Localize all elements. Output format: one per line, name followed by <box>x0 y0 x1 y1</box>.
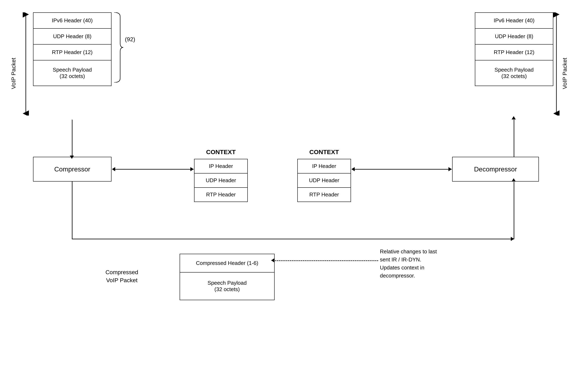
dashed-arrow-head <box>271 258 274 262</box>
right-voip-label: VoIP Packet <box>562 58 572 90</box>
left-ctx-row-1: IP Header <box>194 159 247 173</box>
bottom-to-decompressor-line <box>514 182 514 239</box>
compressed-row-1: Compressed Header (1-6) <box>180 254 274 272</box>
compressor-box: Compressor <box>33 157 112 181</box>
left-packet-to-compressor-line <box>72 120 73 157</box>
left-row-3: RTP Header (12) <box>33 45 111 60</box>
left-ctx-row-2: UDP Header <box>194 173 247 188</box>
right-packet-box: IPv6 Header (40) UDP Header (8) RTP Head… <box>475 12 553 86</box>
right-row-1: IPv6 Header (40) <box>475 13 553 29</box>
brace-label: (92) <box>125 36 135 43</box>
right-ctx-row-1: IP Header <box>298 159 351 173</box>
right-ctx-row-2: UDP Header <box>298 173 351 188</box>
left-row-2: UDP Header (8) <box>33 29 111 45</box>
compressor-down-line <box>72 181 73 239</box>
compressed-packet-box: Compressed Header (1-6) Speech Payload(3… <box>180 254 275 300</box>
right-row-2: UDP Header (8) <box>475 29 553 45</box>
left-voip-label: VoIP Packet <box>10 58 21 90</box>
bottom-h-line <box>72 239 514 239</box>
right-row-4: Speech Payload(32 octets) <box>475 60 553 86</box>
decompressor-to-right-packet-line <box>514 120 514 157</box>
compressor-ctx-arrow-right <box>190 167 194 171</box>
left-voip-double-arrow <box>21 12 31 116</box>
decompressor-box: Decompressor <box>452 157 539 181</box>
compressor-ctx-arrow-left <box>112 167 115 171</box>
left-packet-to-compressor-arrow <box>70 156 74 159</box>
left-row-4: Speech Payload(32 octets) <box>33 60 111 86</box>
decompressor-ctx-arrow-right <box>448 167 452 171</box>
left-context-box: IP Header UDP Header RTP Header <box>194 159 248 202</box>
left-context-label: CONTEXT <box>194 149 248 156</box>
brace-svg <box>112 12 124 82</box>
right-context-box: IP Header UDP Header RTP Header <box>297 159 351 202</box>
left-packet-box: IPv6 Header (40) UDP Header (8) RTP Head… <box>33 12 112 86</box>
diagram: VoIP Packet IPv6 Header (40) UDP Header … <box>0 0 588 373</box>
bottom-to-decompressor-arrow <box>512 178 516 181</box>
left-ctx-row-3: RTP Header <box>194 188 247 202</box>
left-row-1: IPv6 Header (40) <box>33 13 111 29</box>
decompressor-ctx-line <box>355 169 452 170</box>
dashed-arrow-label: Relative changes to lastsent IR / IR-DYN… <box>380 248 437 280</box>
right-row-3: RTP Header (12) <box>475 45 553 60</box>
dashed-line <box>275 260 378 261</box>
compressed-voip-label: CompressedVoIP Packet <box>83 268 161 284</box>
right-ctx-row-3: RTP Header <box>298 188 351 202</box>
compressed-row-2: Speech Payload(32 octets) <box>180 272 274 300</box>
right-context-label: CONTEXT <box>297 149 351 156</box>
decompressor-to-right-packet-arrow <box>512 116 516 120</box>
compressor-ctx-line <box>115 169 194 170</box>
decompressor-ctx-arrow-left <box>351 167 355 171</box>
